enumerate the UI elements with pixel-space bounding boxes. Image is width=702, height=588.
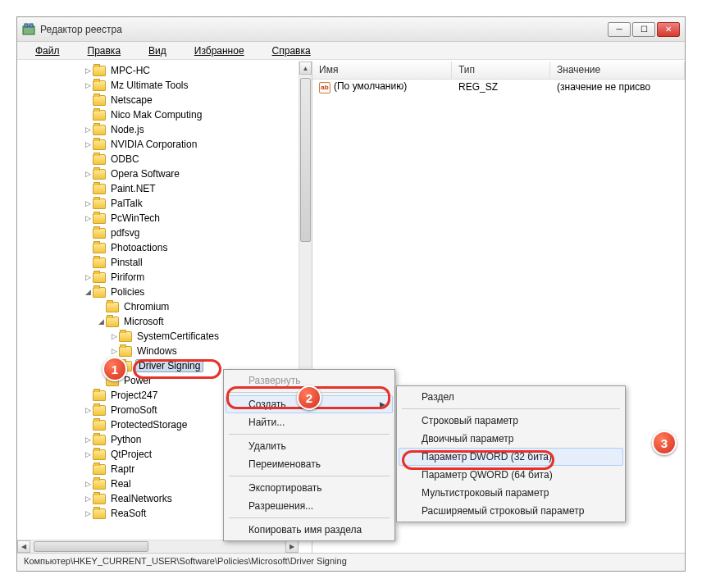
tree-item[interactable]: Chromium: [17, 299, 299, 314]
expander-icon[interactable]: ▷: [109, 332, 119, 340]
folder-icon: [106, 317, 119, 327]
col-value[interactable]: Значение: [550, 62, 685, 79]
close-button[interactable]: ✕: [657, 22, 680, 37]
tree-item[interactable]: Netscape: [17, 93, 299, 107]
menu-edit[interactable]: Правка: [75, 43, 134, 58]
tree-item[interactable]: Pinstall: [17, 255, 299, 270]
tree-item-label: Driver Signing: [135, 359, 203, 372]
sub-dword[interactable]: Параметр DWORD (32 бита): [399, 448, 623, 466]
expander-icon[interactable]: ◢: [96, 317, 106, 326]
menu-view[interactable]: Вид: [135, 43, 180, 58]
tree-item[interactable]: Paint.NET: [17, 181, 299, 196]
tree-item[interactable]: ▷Mz Ultimate Tools: [17, 78, 299, 93]
expander-icon[interactable]: ▷: [83, 450, 93, 458]
minimize-button[interactable]: ─: [608, 22, 631, 37]
ctx-find[interactable]: Найти...: [226, 413, 393, 431]
tree-item-label: PalTalk: [109, 198, 144, 209]
tree-item[interactable]: ▷MPC-HC: [17, 63, 299, 78]
ctx-create-label: Создать: [248, 399, 286, 410]
expander-icon[interactable]: ▷: [83, 495, 93, 503]
ctx-create[interactable]: Создать▶: [226, 395, 393, 413]
tree-item-label: SystemCertificates: [135, 330, 221, 342]
folder-icon: [93, 449, 106, 460]
scroll-thumb-h[interactable]: [34, 541, 148, 552]
tree-item[interactable]: ▷Windows: [17, 344, 299, 358]
expander-icon[interactable]: ▷: [83, 170, 93, 178]
list-header[interactable]: Имя Тип Значение: [312, 62, 685, 80]
scroll-left-icon[interactable]: ◀: [17, 540, 30, 553]
ctx-rename[interactable]: Переименовать: [226, 455, 393, 473]
expander-icon[interactable]: ▷: [83, 199, 93, 207]
statusbar: Компьютер\HKEY_CURRENT_USER\Software\Pol…: [17, 553, 685, 571]
expander-icon[interactable]: ▷: [83, 125, 93, 134]
folder-icon: [93, 213, 106, 224]
expander-icon[interactable]: ▷: [83, 435, 93, 444]
tree-item[interactable]: ◢Microsoft: [17, 314, 299, 329]
col-type[interactable]: Тип: [452, 62, 550, 79]
sub-binary[interactable]: Двоичный параметр: [399, 430, 623, 448]
scroll-thumb-v[interactable]: [300, 78, 311, 242]
tree-item-label: NVIDIA Corporation: [109, 139, 198, 150]
expander-icon[interactable]: ▷: [83, 509, 93, 517]
expander-icon[interactable]: ▷: [83, 81, 93, 89]
folder-icon: [93, 66, 106, 76]
tree-item[interactable]: ▷PcWinTech: [17, 211, 299, 226]
titlebar[interactable]: Редактор реестра ─ ☐ ✕: [17, 17, 685, 42]
tree-item-label: Pinstall: [109, 257, 144, 268]
expander-icon[interactable]: ▷: [83, 214, 93, 222]
tree-item[interactable]: Nico Mak Computing: [17, 107, 299, 122]
tree-item[interactable]: ▷PalTalk: [17, 196, 299, 211]
expander-icon[interactable]: ▷: [83, 406, 93, 414]
folder-icon: [93, 420, 106, 431]
sub-qword[interactable]: Параметр QWORD (64 бита): [399, 466, 623, 484]
tree-item[interactable]: ▷Opera Software: [17, 166, 299, 181]
expander-icon[interactable]: ▷: [109, 347, 119, 355]
context-menu: Развернуть Создать▶ Найти... Удалить Пер…: [223, 369, 395, 541]
ctx-permissions[interactable]: Разрешения...: [226, 497, 393, 515]
expander-icon[interactable]: ▷: [83, 273, 93, 281]
tree-item[interactable]: pdfsvg: [17, 226, 299, 240]
folder-icon: [93, 435, 106, 445]
tree-item[interactable]: ▷NVIDIA Corporation: [17, 137, 299, 152]
col-name[interactable]: Имя: [312, 62, 452, 79]
sub-key[interactable]: Раздел: [399, 388, 623, 406]
tree-item[interactable]: ODBC: [17, 152, 299, 166]
folder-icon: [93, 464, 106, 475]
menu-help[interactable]: Справка: [259, 43, 324, 58]
maximize-button[interactable]: ☐: [632, 22, 655, 37]
folder-icon: [106, 302, 119, 312]
ctx-export[interactable]: Экспортировать: [226, 479, 393, 497]
folder-icon: [93, 508, 106, 519]
tree-item[interactable]: ◢Policies: [17, 285, 299, 299]
tree-item-label: MPC-HC: [109, 65, 152, 76]
tree-item-label: QtProject: [109, 449, 153, 460]
expander-icon[interactable]: ▷: [83, 480, 93, 488]
expander-icon[interactable]: ◢: [83, 288, 93, 296]
tree-item-label: Raptr: [109, 463, 136, 475]
expander-icon[interactable]: ▷: [83, 66, 93, 75]
tree-item[interactable]: Photoactions: [17, 240, 299, 255]
menu-favorites[interactable]: Избранное: [181, 43, 258, 58]
scroll-up-icon[interactable]: ▲: [299, 62, 312, 75]
tree-item[interactable]: ▷SystemCertificates: [17, 329, 299, 344]
create-submenu: Раздел Строковый параметр Двоичный парам…: [396, 385, 626, 522]
tree-item[interactable]: ▷Node.js: [17, 122, 299, 137]
folder-icon: [93, 198, 106, 209]
menu-file[interactable]: Файл: [22, 43, 73, 58]
scroll-right-icon[interactable]: ▶: [285, 540, 299, 553]
list-row[interactable]: ab(По умолчанию) REG_SZ (значение не при…: [312, 80, 685, 94]
sub-expandstring[interactable]: Расширяемый строковый параметр: [399, 502, 623, 520]
tree-item-label: Policies: [109, 286, 146, 298]
ctx-delete[interactable]: Удалить: [226, 437, 393, 455]
sub-string[interactable]: Строковый параметр: [399, 412, 623, 430]
folder-icon: [93, 154, 106, 165]
ctx-copy-key-name[interactable]: Копировать имя раздела: [226, 521, 393, 539]
sub-multistring[interactable]: Мультистроковый параметр: [399, 484, 623, 502]
folder-icon: [93, 80, 106, 91]
tree-item[interactable]: ▷Piriform: [17, 270, 299, 285]
tree-item-label: ProtectedStorage: [109, 419, 189, 431]
ctx-expand[interactable]: Развернуть: [226, 371, 393, 390]
svg-rect-1: [25, 24, 28, 27]
expander-icon[interactable]: ▷: [83, 140, 93, 148]
tree-scrollbar-horizontal[interactable]: ◀ ▶: [17, 540, 299, 553]
